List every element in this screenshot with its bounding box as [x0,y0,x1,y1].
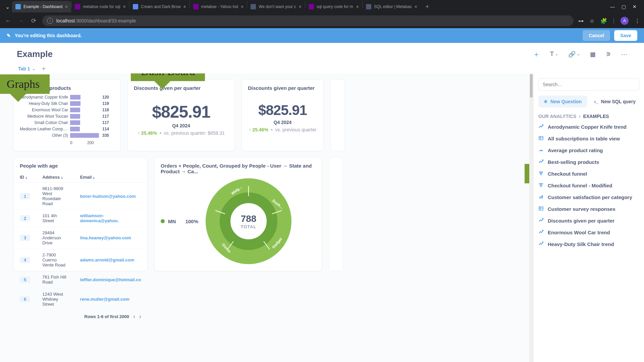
add-card-button[interactable]: ＋ [533,49,540,59]
browser-tab[interactable]: metabse code for sql× [71,1,129,12]
dashboard-title[interactable]: Example [17,49,53,59]
reload-button[interactable]: ⟳ [30,17,38,24]
col-address[interactable]: Address▴ [36,172,74,183]
close-tab-icon[interactable]: × [183,4,186,9]
side-breadcrumb[interactable]: OUR ANALYTICS › EXAMPLES [538,114,639,119]
profile-avatar[interactable]: A [621,17,629,25]
browser-menu-icon[interactable]: ⋮ [635,18,640,24]
url-input[interactable]: i localhost:3000/dashboard/33-example [42,15,574,26]
close-tab-icon[interactable]: × [123,4,126,9]
email-link[interactable]: rene.muller@gmail.com [80,297,129,302]
chevron-down-icon[interactable]: ⌄ [32,67,35,71]
col-id[interactable]: ID▴ [14,172,36,183]
extensions-icon[interactable]: 🧩 [600,18,607,24]
id-pill[interactable]: 6 [20,296,30,302]
funnel-icon [538,171,544,177]
card-people[interactable]: People with age ID▴ Address▴ Email▴ 1961… [13,157,148,271]
dashboard-canvas[interactable]: Graphs Dash Board Examples Best selling … [0,73,529,362]
table-row[interactable]: 42-7900 Cuerno Verde Roadadams.arnold@gm… [14,249,147,271]
close-window-button[interactable]: ✕ [633,4,637,9]
bar-row[interactable]: Enormous Wool Car118 [20,107,114,113]
id-pill[interactable]: 4 [20,257,30,263]
id-pill[interactable]: 5 [20,277,30,283]
next-page-button[interactable]: › [139,313,141,320]
forward-button[interactable]: → [17,17,25,24]
card-discounts-2[interactable]: Discounts given per quarter $825.91 Q4 2… [241,79,324,151]
example-item[interactable]: Checkout funnel - Modified [538,182,639,189]
bar-row[interactable]: Mediocre Leather Computer114 [20,126,114,132]
bar-row[interactable]: Other (3)335 [20,132,114,138]
add-tab-button[interactable]: + [42,65,46,73]
svg-rect-24 [539,207,543,210]
text-tool[interactable]: T ⌄ [550,51,558,58]
save-button[interactable]: Save [614,30,637,41]
filter-tool[interactable]: ⚞ [606,51,611,58]
id-pill[interactable]: 3 [20,235,30,241]
empty-card-placeholder[interactable] [329,157,343,271]
table-row[interactable]: 2101 4th Streetwilliamson-domenica@yahoo… [14,210,147,227]
example-item[interactable]: Enormous Wool Car trend [538,229,639,236]
close-tab-icon[interactable]: × [65,4,68,9]
table-row[interactable]: 61243 West Whitney Streetrene.muller@gma… [14,288,147,310]
browser-tab[interactable]: sql query code for m× [305,1,362,12]
browser-tab[interactable]: SQL editor | Metabas× [363,1,421,12]
more-menu[interactable]: ⋯ [621,51,627,58]
new-question-button[interactable]: ✳ New Question [538,96,587,108]
email-link[interactable]: borer-hudson@yahoo.com [80,194,136,199]
link-tool[interactable]: 🔗 ⌄ [568,51,580,58]
example-item[interactable]: All subscriptions in table view [538,135,639,142]
example-item[interactable]: Best-selling products [538,159,639,165]
bookmark-icon[interactable]: ☆ [590,18,594,24]
example-item[interactable]: Customer satisfaction per category [538,194,639,200]
email-link[interactable]: adams.arnold@gmail.com [80,257,135,262]
bar-value: 117 [102,114,109,119]
close-tab-icon[interactable]: × [241,4,244,9]
tab-title: sql query code for m [317,4,354,9]
browser-tab[interactable]: metabse - Yahoo Ind× [190,1,247,12]
example-item[interactable]: Heavy-Duty Silk Chair trend [538,241,639,247]
password-icon[interactable]: ⊶ [578,18,584,24]
close-tab-icon[interactable]: × [299,4,302,9]
tab-1[interactable]: Tab 1 ⌄ [17,64,37,73]
cancel-button[interactable]: Cancel [583,30,610,41]
maximize-button[interactable]: ▢ [622,4,626,9]
new-tab-button[interactable]: + [423,2,432,11]
trend-icon [538,159,544,165]
close-tab-icon[interactable]: × [356,4,359,9]
table-row[interactable]: 329494 Anderson Drivelina.heaney@yahoo.c… [14,227,147,249]
table-row[interactable]: 5761 Fish Hill Roadleffler.dominique@hot… [14,271,147,288]
table-row[interactable]: 19611-9809 West Rosedale Roadborer-hudso… [14,183,147,210]
prev-page-button[interactable]: ‹ [133,313,135,320]
back-button[interactable]: ← [4,17,12,24]
section-tool[interactable]: ▦ [590,51,596,58]
col-email[interactable]: Email▴ [74,172,147,183]
example-item[interactable]: Discounts given per quarter [538,218,639,224]
id-pill[interactable]: 2 [20,215,30,222]
close-tab-icon[interactable]: × [415,4,417,9]
card-discounts-1[interactable]: Discounts given per quarter $825.91 Q4 2… [127,79,235,151]
example-item[interactable]: Average product rating [538,147,639,154]
new-sql-button[interactable]: ›_ New SQL query [591,96,640,108]
card-donut[interactable]: Orders + People, Count, Grouped by Peopl… [154,157,322,271]
email-link[interactable]: leffler.dominique@hotmail.co [80,277,141,282]
example-item[interactable]: Aerodynamic Copper Knife trend [538,124,639,130]
minimize-button[interactable]: — [610,4,615,9]
empty-card-placeholder[interactable] [330,79,345,151]
search-input[interactable] [538,78,639,91]
browser-tab[interactable]: Example - Dashboard× [12,1,71,12]
svg-rect-11 [539,136,543,140]
bar-row[interactable]: Mediocre Wool Toucan117 [20,113,114,119]
example-item[interactable]: Customer survey responses [538,206,639,212]
bar-row[interactable]: Small Cotton Chair117 [20,120,114,126]
tab-search-dropdown[interactable]: ⌄ [3,2,12,11]
site-info-icon[interactable]: i [47,18,53,24]
bar-label: Other (3) [20,133,70,138]
email-link[interactable]: lina.heaney@yahoo.com [80,235,131,240]
browser-tab[interactable]: We don't want your c× [247,1,305,12]
scrollbar[interactable] [529,73,533,362]
browser-tab[interactable]: Cream and Dark Brow× [129,1,190,12]
pencil-icon: ✎ [7,33,11,38]
id-pill[interactable]: 1 [20,193,30,199]
example-item[interactable]: Checkout funnel [538,171,639,177]
email-link[interactable]: williamson-domenica@yahoo. [80,213,119,223]
